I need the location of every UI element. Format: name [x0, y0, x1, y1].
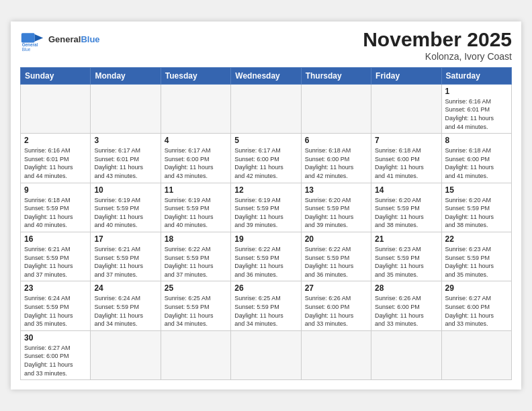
- day-info: Sunrise: 6:19 AM Sunset: 5:59 PM Dayligh…: [234, 196, 297, 230]
- day-cell: 18Sunrise: 6:22 AM Sunset: 5:59 PM Dayli…: [161, 232, 230, 281]
- day-cell: 17Sunrise: 6:21 AM Sunset: 5:59 PM Dayli…: [91, 232, 161, 281]
- day-cell: 19Sunrise: 6:22 AM Sunset: 5:59 PM Dayli…: [231, 232, 301, 281]
- month-title: November 2025: [363, 28, 512, 51]
- svg-text:General: General: [22, 42, 38, 47]
- day-number: 15: [445, 185, 508, 195]
- day-info: Sunrise: 6:17 AM Sunset: 6:00 PM Dayligh…: [165, 146, 227, 180]
- col-saturday: Saturday: [441, 67, 511, 84]
- day-number: 17: [94, 234, 157, 244]
- day-info: Sunrise: 6:21 AM Sunset: 5:59 PM Dayligh…: [24, 245, 87, 279]
- day-number: 16: [24, 234, 87, 244]
- day-cell: 14Sunrise: 6:20 AM Sunset: 5:59 PM Dayli…: [371, 183, 441, 232]
- day-number: 30: [24, 333, 87, 342]
- day-cell: 7Sunrise: 6:18 AM Sunset: 6:00 PM Daylig…: [371, 134, 441, 183]
- day-info: Sunrise: 6:23 AM Sunset: 5:59 PM Dayligh…: [375, 245, 437, 279]
- day-info: Sunrise: 6:25 AM Sunset: 5:59 PM Dayligh…: [234, 294, 297, 328]
- col-thursday: Thursday: [301, 67, 371, 84]
- day-info: Sunrise: 6:18 AM Sunset: 6:00 PM Dayligh…: [445, 146, 508, 180]
- day-cell: 22Sunrise: 6:23 AM Sunset: 5:59 PM Dayli…: [441, 232, 511, 281]
- day-number: 8: [445, 136, 508, 145]
- day-info: Sunrise: 6:18 AM Sunset: 5:59 PM Dayligh…: [24, 196, 87, 230]
- calendar-container: General Blue GeneralBlue November 2025 K…: [11, 21, 521, 390]
- day-cell: 5Sunrise: 6:17 AM Sunset: 6:00 PM Daylig…: [231, 134, 301, 183]
- day-cell: 6Sunrise: 6:18 AM Sunset: 6:00 PM Daylig…: [301, 134, 371, 183]
- day-number: 23: [24, 283, 87, 293]
- day-number: 20: [305, 234, 367, 244]
- day-number: 14: [375, 185, 437, 195]
- day-number: 7: [375, 136, 437, 145]
- logo-general: General: [48, 34, 81, 44]
- logo-text-block: GeneralBlue: [48, 35, 100, 45]
- title-block: November 2025 Kolonza, Ivory Coast: [363, 28, 512, 62]
- day-cell: 2Sunrise: 6:16 AM Sunset: 6:01 PM Daylig…: [21, 134, 91, 183]
- day-cell: 9Sunrise: 6:18 AM Sunset: 5:59 PM Daylig…: [21, 183, 91, 232]
- generalblue-logo-icon: General Blue: [20, 28, 44, 52]
- week-row-2: 9Sunrise: 6:18 AM Sunset: 5:59 PM Daylig…: [21, 183, 512, 232]
- day-cell: [441, 330, 511, 379]
- day-info: Sunrise: 6:16 AM Sunset: 6:01 PM Dayligh…: [445, 97, 508, 131]
- day-cell: [91, 330, 161, 379]
- day-info: Sunrise: 6:24 AM Sunset: 5:59 PM Dayligh…: [94, 294, 157, 328]
- day-cell: 16Sunrise: 6:21 AM Sunset: 5:59 PM Dayli…: [21, 232, 91, 281]
- day-number: 27: [305, 283, 367, 293]
- svg-marker-1: [35, 34, 44, 42]
- day-cell: [231, 84, 301, 133]
- day-cell: [21, 84, 91, 133]
- day-number: 6: [305, 136, 367, 145]
- col-sunday: Sunday: [21, 67, 91, 84]
- day-cell: 25Sunrise: 6:25 AM Sunset: 5:59 PM Dayli…: [161, 281, 230, 330]
- day-cell: [371, 330, 441, 379]
- day-info: Sunrise: 6:20 AM Sunset: 5:59 PM Dayligh…: [305, 196, 367, 230]
- day-cell: [301, 84, 371, 133]
- day-number: 3: [94, 136, 157, 145]
- day-info: Sunrise: 6:20 AM Sunset: 5:59 PM Dayligh…: [375, 196, 437, 230]
- day-info: Sunrise: 6:23 AM Sunset: 5:59 PM Dayligh…: [445, 245, 508, 279]
- day-cell: [371, 84, 441, 133]
- day-info: Sunrise: 6:26 AM Sunset: 6:00 PM Dayligh…: [305, 294, 367, 328]
- day-number: 21: [375, 234, 437, 244]
- day-number: 12: [234, 185, 297, 195]
- day-number: 11: [165, 185, 227, 195]
- week-row-0: 1Sunrise: 6:16 AM Sunset: 6:01 PM Daylig…: [21, 84, 512, 133]
- day-info: Sunrise: 6:26 AM Sunset: 6:00 PM Dayligh…: [375, 294, 437, 328]
- day-number: 28: [375, 283, 437, 293]
- day-cell: 27Sunrise: 6:26 AM Sunset: 6:00 PM Dayli…: [301, 281, 371, 330]
- header-row: Sunday Monday Tuesday Wednesday Thursday…: [21, 67, 512, 84]
- day-info: Sunrise: 6:22 AM Sunset: 5:59 PM Dayligh…: [234, 245, 297, 279]
- week-row-4: 23Sunrise: 6:24 AM Sunset: 5:59 PM Dayli…: [21, 281, 512, 330]
- day-number: 25: [165, 283, 227, 293]
- logo-blue: Blue: [81, 34, 99, 44]
- day-number: 18: [165, 234, 227, 244]
- day-cell: [231, 330, 301, 379]
- day-number: 2: [24, 136, 87, 145]
- day-number: 24: [94, 283, 157, 293]
- day-cell: 3Sunrise: 6:17 AM Sunset: 6:01 PM Daylig…: [91, 134, 161, 183]
- week-row-3: 16Sunrise: 6:21 AM Sunset: 5:59 PM Dayli…: [21, 232, 512, 281]
- logo: General Blue GeneralBlue: [20, 28, 100, 52]
- day-info: Sunrise: 6:22 AM Sunset: 5:59 PM Dayligh…: [305, 245, 367, 279]
- svg-rect-0: [21, 33, 35, 42]
- day-info: Sunrise: 6:19 AM Sunset: 5:59 PM Dayligh…: [165, 196, 227, 230]
- day-cell: 26Sunrise: 6:25 AM Sunset: 5:59 PM Dayli…: [231, 281, 301, 330]
- calendar-table: Sunday Monday Tuesday Wednesday Thursday…: [20, 67, 512, 380]
- day-number: 19: [234, 234, 297, 244]
- day-info: Sunrise: 6:16 AM Sunset: 6:01 PM Dayligh…: [24, 146, 87, 180]
- day-cell: 28Sunrise: 6:26 AM Sunset: 6:00 PM Dayli…: [371, 281, 441, 330]
- day-number: 9: [24, 185, 87, 195]
- day-info: Sunrise: 6:27 AM Sunset: 6:00 PM Dayligh…: [445, 294, 508, 328]
- day-info: Sunrise: 6:27 AM Sunset: 6:00 PM Dayligh…: [24, 344, 87, 377]
- day-cell: 30Sunrise: 6:27 AM Sunset: 6:00 PM Dayli…: [21, 330, 91, 379]
- day-info: Sunrise: 6:24 AM Sunset: 5:59 PM Dayligh…: [24, 294, 87, 328]
- day-cell: 4Sunrise: 6:17 AM Sunset: 6:00 PM Daylig…: [161, 134, 230, 183]
- day-cell: 8Sunrise: 6:18 AM Sunset: 6:00 PM Daylig…: [441, 134, 511, 183]
- day-cell: [301, 330, 371, 379]
- col-monday: Monday: [91, 67, 161, 84]
- day-cell: 13Sunrise: 6:20 AM Sunset: 5:59 PM Dayli…: [301, 183, 371, 232]
- day-info: Sunrise: 6:19 AM Sunset: 5:59 PM Dayligh…: [94, 196, 157, 230]
- day-info: Sunrise: 6:22 AM Sunset: 5:59 PM Dayligh…: [165, 245, 227, 279]
- day-number: 4: [165, 136, 227, 145]
- day-number: 5: [234, 136, 297, 145]
- svg-text:Blue: Blue: [22, 47, 31, 52]
- day-cell: 20Sunrise: 6:22 AM Sunset: 5:59 PM Dayli…: [301, 232, 371, 281]
- day-number: 13: [305, 185, 367, 195]
